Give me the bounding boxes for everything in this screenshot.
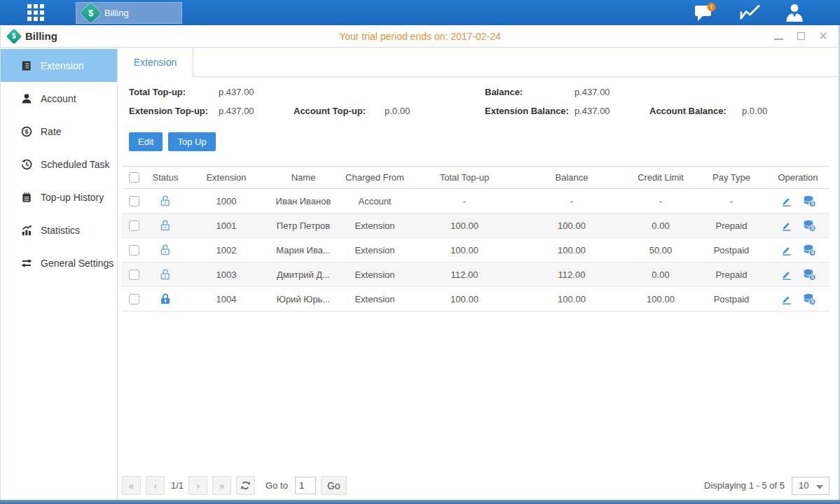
maximize-button[interactable] (795, 31, 806, 42)
table-row: 1004 Юрий Юрь... Extension 100.00 100.00… (122, 287, 829, 312)
notifications-icon[interactable]: ! (694, 3, 717, 22)
app-grid-icon[interactable] (25, 2, 46, 23)
top-up-button[interactable]: Top Up (168, 132, 215, 151)
row-checkbox[interactable] (129, 220, 139, 231)
column-header-operation: Operation (766, 172, 829, 183)
total-topup-value: p.437.00 (219, 87, 254, 97)
top-up-row-icon[interactable] (803, 244, 816, 256)
table-header-row: Status Extension Name Charged From Total… (122, 166, 829, 189)
cell-balance: 100.00 (518, 294, 625, 304)
edit-row-icon[interactable] (780, 293, 792, 305)
first-page-button[interactable]: « (122, 476, 141, 495)
page-size-select[interactable]: 10 (792, 477, 829, 495)
row-checkbox[interactable] (129, 245, 139, 255)
user-account-icon[interactable] (784, 3, 806, 22)
sidebar: Extension Account Rate Scheduled Task To… (0, 48, 118, 500)
cell-balance: 100.00 (518, 220, 625, 231)
goto-label: Go to (266, 480, 288, 491)
reports-chart-icon[interactable] (739, 3, 762, 22)
total-topup-label: Total Top-up: (129, 87, 219, 97)
cell-extension: 1004 (185, 294, 268, 304)
column-header-pay-type: Pay Type (696, 172, 766, 183)
cell-credit-limit: 0.00 (625, 270, 696, 280)
cell-total-topup: 100.00 (411, 245, 518, 255)
sidebar-item-label: Rate (41, 126, 62, 137)
column-header-total-topup: Total Top-up (411, 172, 518, 183)
goto-page-input[interactable] (295, 477, 316, 494)
column-header-name: Name (268, 172, 339, 183)
sidebar-item-extension[interactable]: Extension (0, 49, 117, 82)
go-button[interactable]: Go (321, 476, 347, 495)
sidebar-item-label: Extension (41, 60, 83, 71)
row-checkbox[interactable] (129, 196, 139, 206)
minimize-button[interactable] (773, 31, 784, 42)
sidebar-item-account[interactable]: Account (0, 82, 117, 115)
account-balance-label: Account Balance: (649, 106, 742, 116)
sidebar-item-label: General Settings (41, 258, 113, 269)
unlocked-icon (159, 244, 172, 256)
cell-extension: 1000 (185, 196, 268, 206)
row-checkbox[interactable] (129, 270, 139, 280)
top-up-row-icon[interactable] (803, 268, 816, 281)
extension-balance-label: Extension Balance: (485, 106, 574, 116)
unlocked-icon (159, 219, 172, 232)
cell-name: Петр Петров (268, 220, 339, 231)
top-up-row-icon[interactable] (803, 219, 816, 232)
extension-topup-value: p.437.00 (219, 106, 294, 116)
extension-table: Status Extension Name Charged From Total… (122, 166, 829, 312)
column-header-charged-from: Charged From (339, 172, 411, 183)
page-size-value: 10 (799, 480, 808, 491)
account-topup-value: p.0.00 (385, 106, 410, 116)
summary-panel: Total Top-up: p.437.00 Extension Top-up:… (129, 87, 840, 116)
balance-label: Balance: (485, 87, 574, 97)
sidebar-item-general-settings[interactable]: General Settings (0, 246, 117, 279)
cell-extension: 1003 (185, 270, 268, 280)
rate-icon (21, 126, 32, 137)
sidebar-item-label: Top-up History (41, 192, 104, 203)
edit-row-icon[interactable] (780, 220, 792, 232)
sidebar-item-statistics[interactable]: Statistics (0, 214, 117, 246)
cell-name: Мария Ива... (268, 245, 339, 255)
topup-history-icon (21, 192, 32, 203)
sidebar-item-topup-history[interactable]: Top-up History (0, 181, 117, 214)
cell-charged-from: Extension (339, 245, 411, 255)
cell-total-topup: 112.00 (411, 270, 518, 280)
sidebar-item-rate[interactable]: Rate (0, 115, 117, 148)
row-checkbox[interactable] (129, 294, 139, 304)
extension-topup-label: Extension Top-up: (129, 106, 219, 116)
tab-strip: Extension (118, 48, 840, 77)
sidebar-item-scheduled-task[interactable]: Scheduled Task (0, 148, 117, 181)
account-balance-value: p.0.00 (742, 106, 767, 116)
balance-value: p.437.00 (574, 87, 610, 97)
cell-extension: 1002 (185, 245, 268, 255)
taskbar-billing-button[interactable]: $ Billing (76, 2, 182, 24)
table-row: 1003 Дмитрий Д... Extension 112.00 112.0… (122, 262, 829, 287)
sidebar-item-label: Account (41, 93, 76, 104)
edit-row-icon[interactable] (780, 244, 792, 256)
select-all-checkbox[interactable] (129, 172, 139, 183)
cell-balance: 112.00 (518, 270, 625, 280)
cell-credit-limit: 50.00 (625, 245, 696, 255)
top-up-row-icon[interactable] (803, 293, 816, 305)
edit-row-icon[interactable] (780, 195, 792, 207)
edit-button[interactable]: Edit (129, 132, 163, 151)
window-left-edge (0, 25, 1, 500)
column-header-balance: Balance (518, 172, 625, 183)
close-button[interactable]: ✕ (818, 31, 829, 42)
unlocked-icon (159, 195, 172, 207)
next-page-button[interactable]: › (188, 476, 207, 495)
sidebar-item-label: Statistics (41, 225, 80, 236)
refresh-button[interactable] (236, 476, 255, 495)
cell-pay-type: Postpaid (696, 294, 766, 304)
tab-extension[interactable]: Extension (118, 48, 193, 77)
previous-page-button[interactable]: ‹ (146, 476, 165, 495)
last-page-button[interactable]: » (212, 476, 231, 495)
trial-notice: Your trial period ends on: 2017-02-24 (0, 31, 840, 42)
top-up-row-icon[interactable] (803, 195, 816, 207)
cell-charged-from: Extension (339, 270, 411, 280)
cell-credit-limit: - (625, 196, 696, 206)
cell-balance: 100.00 (518, 245, 625, 255)
edit-row-icon[interactable] (780, 269, 792, 281)
account-icon (21, 93, 32, 104)
cell-balance: - (518, 196, 625, 206)
